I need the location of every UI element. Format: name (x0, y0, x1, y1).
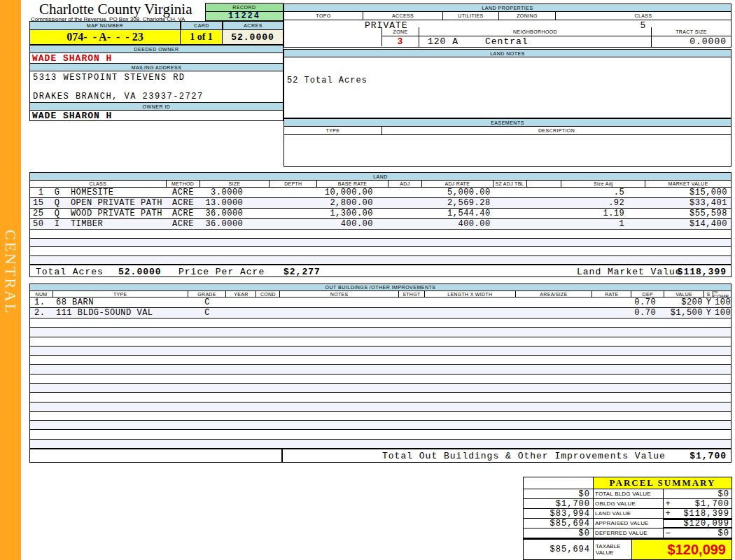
land-market-value: $15,000 (645, 188, 731, 197)
land-size: 36.0000 (200, 209, 270, 218)
land-base-rate: 1,300.00 (317, 209, 388, 218)
tract-size-column-label: TRACT SIZE (652, 27, 731, 36)
total-acres-value: 52.0000 (118, 267, 162, 277)
empty-row (30, 256, 731, 265)
price-per-acre-label: Price Per Acre (178, 267, 265, 277)
ob-col-dep: DEP (631, 291, 664, 297)
ps-label: APPRAISED VALUE (594, 519, 664, 528)
land-header-row: CLASS METHOD SIZE DEPTH BASE RATE ADJ AD… (29, 181, 732, 188)
parcel-summary-row: $0 DEFERRED VALUE − $0 (524, 528, 732, 538)
land-table-row: 1 G HOMESITE ACRE 3.0000 10,000.00 5,000… (30, 188, 731, 198)
deeded-owner-label: DEEDED OWNER (29, 45, 284, 53)
easements-label: EASEMENTS (284, 118, 732, 127)
address-line-2: DRAKES BRANCH, VA 23937-2727 (33, 92, 204, 102)
neighborhood-code: 120 A (428, 36, 458, 47)
land-base-rate: 400.00 (317, 219, 388, 229)
land-adj-rate: 2,569.28 (422, 198, 493, 208)
ps-sign: + (664, 499, 673, 509)
land-col-size-adj: Size Adj (561, 181, 645, 187)
empty-row (30, 356, 731, 365)
land-method: ACRE (167, 209, 200, 218)
ps-left-value: $83,994 (524, 509, 594, 519)
land-adj-rate: 5,000.00 (422, 188, 493, 197)
land-size-adj: 1.19 (561, 209, 645, 218)
taxable-left-value: $85,694 (524, 540, 594, 560)
parcel-summary-row: $85,694 APPRAISED VALUE $120,099 (524, 519, 732, 528)
ob-col-value: VALUE (664, 291, 704, 297)
ob-col-s: S (704, 291, 713, 297)
ob-col-pct-comp: % COMP (713, 291, 731, 297)
ps-left-value: $0 (524, 528, 594, 538)
land-totals-row: Total Acres 52.0000 Price Per Acre $2,27… (29, 265, 732, 277)
empty-row (30, 412, 731, 421)
ps-left-value: $1,700 (524, 499, 594, 509)
land-col-blank (527, 181, 562, 187)
land-class: 25 Q WOOD PRIVATE PATH (30, 209, 167, 218)
easement-type-label: TYPE (284, 127, 382, 134)
land-col-method: METHOD (167, 181, 200, 187)
empty-row (30, 430, 731, 439)
ob-dep: 0.70 (631, 308, 664, 318)
ob-pct-comp: 100% (713, 298, 731, 307)
land-table-row: 50 I TIMBER ACRE 36.0000 400.00 400.00 1… (30, 219, 731, 230)
ob-col-notes: NOTES (280, 291, 399, 297)
empty-row (30, 402, 731, 412)
ob-num: 2. (30, 308, 53, 318)
ps-value: $0 (673, 528, 732, 538)
total-acres-label: Total Acres (36, 267, 104, 277)
land-notes-text: 52 Total Acres (287, 76, 368, 85)
land-col-class: CLASS (30, 181, 167, 187)
land-size: 36.0000 (200, 219, 270, 229)
ob-col-rate: RATE (592, 291, 631, 297)
easements-header-row: TYPE DESCRIPTION (284, 127, 732, 135)
parcel-summary-row: $0 TOTAL BLDG VALUE $0 (524, 489, 732, 499)
address-line-1: 5313 WESTPOINT STEVENS RD (33, 73, 186, 83)
land-class: 1 G HOMESITE (30, 188, 167, 197)
ps-label: LAND VALUE (594, 509, 664, 519)
ob-s: Y (704, 308, 713, 318)
ps-value: $120,099 (673, 519, 732, 528)
ob-col-type: TYPE (53, 291, 188, 297)
ps-label: OBLDG VALUE (594, 499, 664, 509)
out-buildings-total-row: Total Out Buildings & Other Improvements… (282, 449, 732, 463)
ps-label: TOTAL BLDG VALUE (594, 489, 664, 499)
neighborhood-name: Central (485, 36, 528, 47)
out-building-row: 2. 111 BLDG-SOUND VAL C 0.70 $1,500 Y 10… (30, 308, 731, 318)
empty-row (30, 421, 731, 430)
class-column-label: CLASS (556, 12, 731, 20)
ob-col-length-width: LENGTH X WIDTH (425, 291, 516, 297)
land-col-depth: DEPTH (270, 181, 317, 187)
land-adj-rate: 400.00 (422, 219, 493, 229)
land-market-value-label: Land Market Value (577, 267, 682, 277)
taxable-value: $120,099 (632, 540, 732, 560)
parcel-summary: PARCEL SUMMARY $0 TOTAL BLDG VALUE $0 $1… (523, 477, 732, 560)
empty-row (30, 318, 731, 328)
ob-col-sthgt: STHGT (399, 291, 425, 297)
empty-row (30, 440, 731, 449)
record-value: 11224 (205, 12, 284, 21)
owner-id-value: WADE SHARON H (29, 111, 284, 121)
land-method: ACRE (167, 198, 200, 208)
ob-num: 1. (30, 298, 53, 307)
out-building-row: 1. 68 BARN C 0.70 $200 Y 100% (30, 298, 731, 308)
empty-row (30, 365, 731, 374)
empty-row (30, 247, 731, 256)
land-class: 50 I TIMBER (30, 219, 167, 229)
empty-row (30, 239, 731, 248)
land-notes-label: LAND NOTES (284, 49, 732, 57)
out-buildings-body: 1. 68 BARN C 0.70 $200 Y 100% 2. 111 BLD… (29, 298, 732, 449)
ob-col-area-size: AREA/SIZE (516, 291, 593, 297)
ps-value: $1,700 (673, 499, 732, 509)
land-market-value: $55,598 (645, 209, 731, 218)
parcel-summary-row: $1,700 OBLDG VALUE + $1,700 (524, 499, 732, 509)
land-base-rate: 10,000.00 (317, 188, 388, 197)
land-properties-box: TOPO ACCESS UTILITIES ZONING CLASS PRIVA… (284, 12, 732, 48)
owner-id-label: OWNER ID (29, 102, 284, 111)
land-adj-rate: 1,544.40 (422, 209, 493, 218)
ob-grade: C (188, 308, 227, 318)
out-buildings-total-value: $1,700 (690, 451, 731, 461)
ob-col-cond: COND (256, 291, 280, 297)
easement-description-label: DESCRIPTION (382, 127, 731, 134)
ob-col-num: NUM (30, 291, 53, 297)
easements-empty-box (284, 135, 732, 167)
